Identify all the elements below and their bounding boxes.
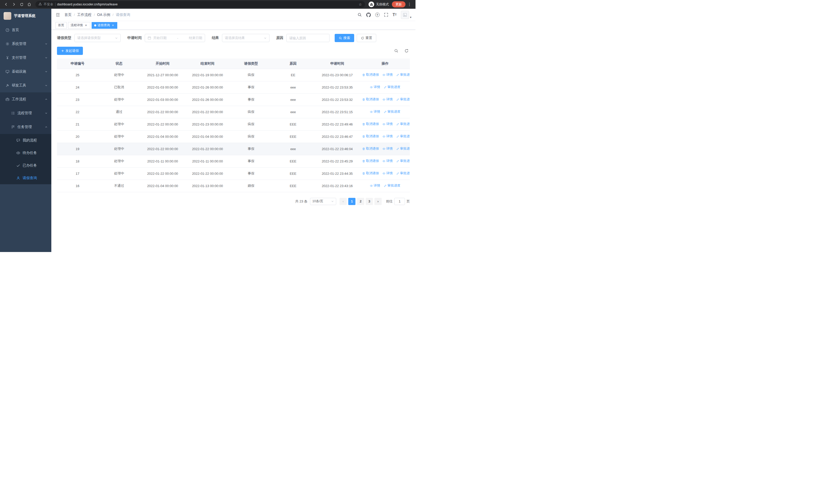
cancel-leave-link[interactable]: 取消请假 — [362, 97, 379, 101]
gear-icon — [5, 42, 9, 46]
cancel-leave-link[interactable]: 取消请假 — [362, 159, 379, 163]
app-logo[interactable]: 芋道管理系统 — [0, 9, 51, 23]
next-page-button[interactable]: › — [374, 198, 382, 205]
cell-status: 处理中 — [98, 130, 140, 143]
cell-end-time: 2022-01-04 00:00:00 — [185, 130, 230, 143]
cell-start-time: 2022-01-04 00:00:00 — [140, 130, 185, 143]
sidebar-item-leave-query[interactable]: 请假查询 — [0, 172, 51, 184]
tab-leave-query[interactable]: 请假查询× — [92, 22, 117, 29]
approval-progress-link[interactable]: 审批进度 — [396, 134, 410, 139]
user-avatar[interactable]: ▾ — [401, 11, 411, 19]
create-leave-label: 发起请假 — [65, 49, 79, 53]
cell-reason: EEE — [272, 118, 314, 130]
breadcrumb-separator: / — [113, 13, 114, 17]
cell-apply-id: 18 — [57, 155, 98, 167]
home-button[interactable] — [26, 1, 33, 8]
leave-type-select[interactable]: 请选择请假类型 — [75, 34, 121, 42]
breadcrumb-item[interactable]: 工作流程 — [77, 12, 92, 17]
approval-progress-link[interactable]: 审批进度 — [396, 171, 410, 176]
detail-link[interactable]: 详情 — [370, 85, 380, 89]
detail-link[interactable]: 详情 — [370, 183, 380, 188]
cell-reason: eee — [272, 81, 314, 93]
approval-progress-link[interactable]: 审批进度 — [396, 122, 410, 126]
sidebar-item-system[interactable]: 系统管理 — [0, 37, 51, 51]
cell-status: 处理中 — [98, 143, 140, 155]
apply-time-range-picker[interactable]: 开始日期 - 结束日期 — [145, 34, 205, 42]
update-button[interactable]: 更新 — [392, 1, 405, 7]
sidebar-item-infrastructure[interactable]: 基础设施 — [0, 65, 51, 79]
detail-link[interactable]: 详情 — [370, 110, 380, 114]
detail-link[interactable]: 详情 — [382, 72, 393, 77]
sidebar-item-process-management[interactable]: 流程管理 — [0, 106, 51, 120]
cancel-leave-link[interactable]: 取消请假 — [362, 134, 379, 139]
back-button[interactable] — [3, 1, 10, 8]
approval-progress-link[interactable]: 审批进度 — [384, 183, 400, 188]
page-size-select[interactable]: 10条/页 — [310, 198, 336, 205]
detail-link[interactable]: 详情 — [382, 147, 393, 151]
prev-page-button[interactable]: ‹ — [340, 198, 347, 205]
cell-apply-id: 16 — [57, 180, 98, 192]
sidebar-item-home[interactable]: 首页 — [0, 23, 51, 37]
fullscreen-icon[interactable] — [384, 12, 388, 17]
close-icon[interactable]: × — [111, 24, 115, 27]
github-icon[interactable] — [366, 12, 371, 17]
bookmark-star-icon[interactable]: ☆ — [359, 2, 362, 6]
sidebar-item-workflow[interactable]: 工作流程 — [0, 92, 51, 106]
cancel-leave-link[interactable]: 取消请假 — [362, 122, 379, 126]
sidebar-item-task-management[interactable]: 任务管理 — [0, 120, 51, 134]
goto-page-input[interactable] — [394, 198, 405, 205]
forward-button[interactable] — [10, 1, 18, 8]
toggle-search-icon[interactable] — [393, 48, 400, 54]
reset-button[interactable]: 重置 — [357, 34, 376, 42]
detail-link[interactable]: 详情 — [382, 171, 393, 176]
sidebar-item-done-tasks[interactable]: 已办任务 — [0, 159, 51, 172]
breadcrumb-item[interactable]: 首页 — [64, 12, 71, 17]
approval-progress-link[interactable]: 审批进度 — [396, 97, 410, 101]
tab-home[interactable]: 首页 — [55, 22, 67, 29]
page-button-1[interactable]: 1 — [348, 198, 355, 205]
approval-progress-link[interactable]: 审批进度 — [396, 159, 410, 163]
sidebar-item-dev-tools[interactable]: 研发工具 — [0, 79, 51, 92]
detail-link[interactable]: 详情 — [382, 134, 393, 139]
search-icon[interactable] — [357, 12, 362, 17]
cell-actions: 详情审批进度 — [360, 180, 410, 192]
security-label[interactable]: 不安全 — [44, 2, 53, 7]
approval-progress-link[interactable]: 审批进度 — [396, 72, 410, 77]
detail-link[interactable]: 详情 — [382, 159, 393, 163]
cell-end-time: 2022-01-22 00:00:00 — [185, 106, 230, 118]
reason-input-wrap — [286, 34, 329, 42]
reload-button[interactable] — [18, 1, 25, 8]
approval-progress-link[interactable]: 审批进度 — [384, 110, 400, 114]
search-button[interactable]: 搜索 — [335, 34, 354, 42]
address-bar[interactable]: 不安全 dashboard.yudao.iocoder.cn/bpm/oa/le… — [35, 1, 365, 8]
collapse-sidebar-icon[interactable] — [55, 12, 60, 17]
sidebar-item-payment[interactable]: 支付管理 — [0, 51, 51, 65]
font-size-icon[interactable]: TT — [393, 13, 397, 17]
dashboard-icon — [5, 28, 9, 32]
create-leave-button[interactable]: 发起请假 — [57, 47, 83, 55]
cancel-leave-link[interactable]: 取消请假 — [362, 171, 379, 176]
refresh-icon[interactable] — [403, 48, 410, 54]
browser-menu-icon[interactable]: ⋮ — [406, 2, 413, 7]
result-select[interactable]: 请选择流结果 — [222, 34, 269, 42]
help-icon[interactable]: ? — [375, 12, 379, 17]
detail-link[interactable]: 详情 — [382, 122, 393, 126]
url-text[interactable]: dashboard.yudao.iocoder.cn/bpm/oa/leave — [57, 3, 357, 6]
cell-reason: EEE — [272, 167, 314, 180]
cancel-leave-link[interactable]: 取消请假 — [362, 147, 379, 151]
sidebar-item-pending-tasks[interactable]: 待办任务 — [0, 147, 51, 159]
page-button-2[interactable]: 2 — [357, 198, 364, 205]
tab-process-detail[interactable]: 流程详情× — [68, 22, 90, 29]
cell-status: 处理中 — [98, 167, 140, 180]
reason-input[interactable] — [289, 36, 327, 40]
page-button-3[interactable]: 3 — [366, 198, 373, 205]
breadcrumb-item[interactable]: OA 示例 — [97, 12, 110, 17]
detail-link[interactable]: 详情 — [382, 97, 393, 101]
cell-reason: EEE — [272, 155, 314, 167]
close-icon[interactable]: × — [84, 24, 88, 27]
cancel-leave-link[interactable]: 取消请假 — [362, 72, 379, 77]
approval-progress-link[interactable]: 审批进度 — [396, 147, 410, 151]
sidebar-item-my-processes[interactable]: 我的流程 — [0, 134, 51, 147]
approval-progress-link[interactable]: 审批进度 — [384, 85, 400, 89]
cell-start-time: 2022-01-22 00:00:00 — [140, 106, 185, 118]
